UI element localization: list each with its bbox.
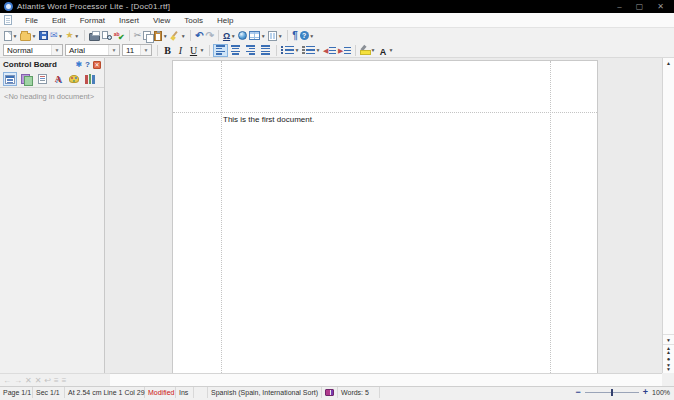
font-color-icon: A: [378, 41, 388, 59]
show-formatting-button[interactable]: ¶: [291, 29, 299, 42]
zoom-out-button[interactable]: −: [576, 388, 581, 397]
control-board-header: Control Board ✱ ? ✕: [0, 58, 104, 71]
status-cursor-position[interactable]: At 2.54 cm Line 1 Col 29: [65, 387, 145, 398]
go-back-button[interactable]: ←: [3, 375, 11, 386]
print-preview-button[interactable]: [101, 29, 113, 42]
help-button[interactable]: ?▼: [299, 29, 316, 42]
chevron-down-icon[interactable]: ▼: [108, 45, 119, 55]
hyperlink-button[interactable]: [237, 29, 248, 42]
numbered-list-button[interactable]: ▼: [301, 44, 322, 57]
font-color-button[interactable]: A▼: [377, 44, 395, 57]
status-insert-mode[interactable]: Ins: [176, 387, 194, 398]
font-size-combobox[interactable]: 11▼: [122, 44, 152, 56]
vertical-scrollbar[interactable]: ▲ ▼ ▲▲ ● ▼▼: [662, 58, 674, 373]
chevron-down-icon[interactable]: ▼: [140, 45, 151, 55]
highlight-button[interactable]: ▼: [359, 44, 377, 57]
last-edit-button[interactable]: ↩: [44, 375, 51, 386]
decrease-indent-button[interactable]: ◀: [322, 44, 337, 57]
previous-heading-button[interactable]: ≡: [54, 375, 59, 386]
control-board-panel: Control Board ✱ ? ✕ A <No heading in doc…: [0, 58, 105, 373]
print-button[interactable]: [88, 29, 101, 42]
bullet-list-button[interactable]: ▼: [280, 44, 301, 57]
panel-help-button[interactable]: ?: [85, 60, 90, 69]
redo-button[interactable]: ↷: [205, 29, 215, 42]
document-workspace[interactable]: This is the first document.: [105, 58, 662, 373]
align-left-button[interactable]: [213, 44, 228, 57]
headings-list[interactable]: <No heading in document>: [0, 88, 104, 373]
document-page[interactable]: This is the first document.: [172, 60, 598, 373]
maximize-button[interactable]: ▢: [636, 2, 644, 11]
menu-tools[interactable]: Tools: [177, 14, 210, 27]
next-heading-button[interactable]: ≡: [62, 375, 67, 386]
status-dictionary[interactable]: [322, 387, 338, 398]
spell-check-button[interactable]: ab✔: [113, 29, 126, 42]
zoom-in-button[interactable]: +: [643, 388, 648, 397]
open-button[interactable]: ▼: [19, 29, 38, 42]
paste-button[interactable]: ▼: [153, 29, 169, 42]
go-forward-button[interactable]: →: [14, 375, 22, 386]
tab-styles[interactable]: [35, 72, 49, 86]
status-page[interactable]: Page 1/1: [0, 387, 33, 398]
email-button[interactable]: ✉▼: [49, 29, 65, 42]
previous-page-button[interactable]: ▲▲: [663, 344, 674, 356]
scrollbar-track[interactable]: [663, 68, 674, 334]
zoom-slider-thumb[interactable]: [611, 389, 613, 396]
scroll-up-button[interactable]: ▲: [663, 58, 674, 68]
font-combobox[interactable]: Arial▼: [65, 44, 120, 56]
title-bar: Atlantis Word Processor Lite - [Doc01.rt…: [0, 0, 674, 13]
undo-button[interactable]: ↶: [194, 29, 204, 42]
status-section[interactable]: Sec 1/1: [33, 387, 65, 398]
minimize-button[interactable]: –: [617, 2, 621, 11]
style-combobox[interactable]: Normal▼: [3, 44, 63, 56]
document-system-icon[interactable]: [4, 15, 12, 25]
tab-fonts[interactable]: A: [51, 72, 65, 86]
close-button[interactable]: ✕: [657, 2, 664, 11]
favorites-button[interactable]: ★▼: [65, 29, 81, 42]
tab-colors[interactable]: [67, 72, 81, 86]
align-justify-button[interactable]: [258, 44, 273, 57]
new-document-button[interactable]: ▼: [3, 29, 19, 42]
headings-icon: [5, 75, 15, 84]
next-page-button[interactable]: ▼▼: [663, 362, 674, 373]
chevron-down-icon[interactable]: ▼: [51, 45, 62, 55]
zoom-control: − + 100%: [576, 388, 674, 397]
bold-button[interactable]: B: [161, 44, 174, 57]
align-right-button[interactable]: [243, 44, 258, 57]
clipboard-stack-icon: [21, 74, 31, 84]
standard-toolbar: ▼ ▼ ✉▼ ★▼ ab✔ ✂ ▼ ▼ ↶ ↷ Ω▼ ▼ ▼ ¶ ?▼: [0, 28, 674, 43]
insert-symbol-button[interactable]: Ω▼: [222, 29, 237, 42]
status-modified[interactable]: Modified: [145, 387, 176, 398]
underline-button[interactable]: U▼: [187, 44, 206, 57]
status-word-count[interactable]: Words: 5: [338, 387, 380, 398]
italic-button[interactable]: I: [174, 44, 187, 57]
menu-view[interactable]: View: [146, 14, 177, 27]
copy-button[interactable]: [142, 29, 153, 42]
scroll-down-button[interactable]: ▼: [663, 334, 674, 344]
columns-icon: [268, 31, 277, 41]
tab-clipboard[interactable]: [19, 72, 33, 86]
format-painter-button[interactable]: ▼: [169, 29, 187, 42]
align-center-button[interactable]: [228, 44, 243, 57]
scissors-icon: ✂: [134, 29, 142, 42]
columns-button[interactable]: ▼: [267, 29, 284, 42]
menu-file[interactable]: File: [18, 14, 45, 27]
menu-edit[interactable]: Edit: [45, 14, 73, 27]
insert-table-button[interactable]: ▼: [248, 29, 267, 42]
menu-insert[interactable]: Insert: [112, 14, 146, 27]
horizontal-scrollbar[interactable]: [110, 373, 662, 386]
decrease-indent-icon: ◀: [323, 45, 336, 56]
zoom-slider[interactable]: [585, 392, 639, 393]
tab-bookmarks[interactable]: [83, 72, 97, 86]
document-text[interactable]: This is the first document.: [223, 115, 314, 124]
save-button[interactable]: [38, 29, 49, 42]
cut-button[interactable]: ✂: [133, 29, 143, 42]
panel-close-button[interactable]: ✕: [93, 61, 101, 69]
gear-icon[interactable]: ✱: [75, 60, 82, 69]
tab-headings[interactable]: [3, 72, 17, 86]
menu-help[interactable]: Help: [210, 14, 240, 27]
previous-edit-button[interactable]: ✕: [25, 375, 32, 386]
status-language[interactable]: Spanish (Spain, International Sort): [208, 387, 322, 398]
increase-indent-button[interactable]: ▶: [337, 44, 352, 57]
menu-format[interactable]: Format: [73, 14, 112, 27]
next-edit-button[interactable]: ✕: [35, 375, 42, 386]
